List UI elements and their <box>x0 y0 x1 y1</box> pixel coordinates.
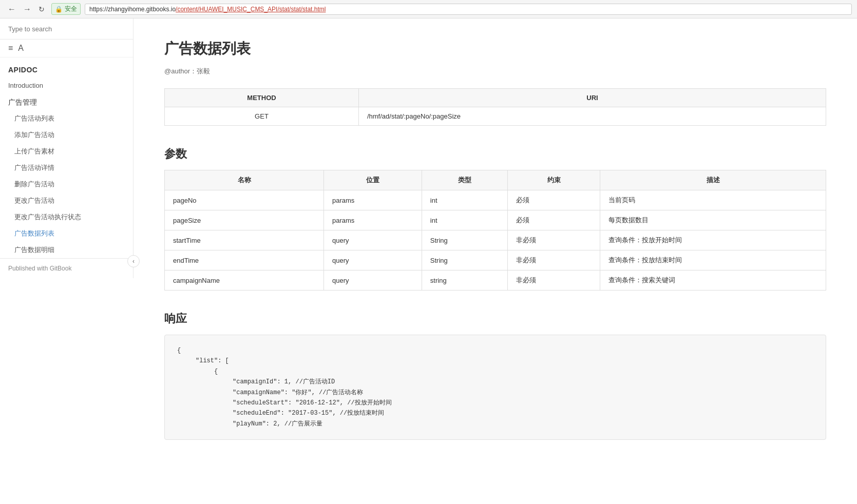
sidebar-brand: APIDOC <box>0 57 133 78</box>
table-row: startTimequeryString非必须查询条件：投放开始时间 <box>165 230 826 250</box>
sidebar-item-introduction[interactable]: Introduction <box>0 78 133 93</box>
sidebar-collapse-button[interactable]: ‹ <box>127 255 140 267</box>
param-constraint-cell: 非必须 <box>508 250 600 270</box>
sidebar-item-add-ad-campaign[interactable]: 添加广告活动 <box>0 127 133 143</box>
param-constraint-cell: 必须 <box>508 190 600 210</box>
param-type-cell: String <box>422 250 507 270</box>
sidebar: ≡ A APIDOC Introduction 广告管理 广告活动列表 添加广告… <box>0 18 134 278</box>
sidebar-wrapper: ≡ A APIDOC Introduction 广告管理 广告活动列表 添加广告… <box>0 18 134 504</box>
sidebar-item-update-ad-status[interactable]: 更改广告活动执行状态 <box>0 209 133 225</box>
table-row: pageNoparamsint必须当前页码 <box>165 190 826 210</box>
sidebar-item-update-ad-campaign[interactable]: 更改广告活动 <box>0 192 133 209</box>
uri-header: URI <box>358 89 826 107</box>
sidebar-footer: Published with GitBook <box>0 258 133 278</box>
table-row: campaignNamequerystring非必须查询条件：搜索关键词 <box>165 270 826 290</box>
page-title: 广告数据列表 <box>164 39 826 59</box>
method-uri-row: GET /hmf/ad/stat/:pageNo/:pageSize <box>165 107 826 126</box>
param-name-cell: campaignName <box>165 270 324 290</box>
forward-button[interactable]: → <box>21 4 34 15</box>
response-section: 响应 { "list": [ { "campaignId": 1, //广告活动… <box>164 311 826 440</box>
param-type-cell: string <box>422 270 507 290</box>
param-position-cell: query <box>324 250 422 270</box>
method-uri-table: METHOD URI GET /hmf/ad/stat/:pageNo/:pag… <box>164 88 826 126</box>
sidebar-item-ad-data-detail[interactable]: 广告数据明细 <box>0 242 133 258</box>
param-constraint-cell: 非必须 <box>508 270 600 290</box>
method-value: GET <box>165 107 359 126</box>
url-bar[interactable]: https://zhangyihome.gitbooks.io/content/… <box>85 4 852 15</box>
param-position-cell: params <box>324 210 422 230</box>
param-description-cell: 当前页码 <box>600 190 826 210</box>
lock-icon: 🔒 <box>55 6 63 13</box>
param-description-cell: 查询条件：投放结束时间 <box>600 250 826 270</box>
param-position-cell: query <box>324 270 422 290</box>
param-description-cell: 每页数据数目 <box>600 210 826 230</box>
param-description-header: 描述 <box>600 170 826 190</box>
table-row: endTimequeryString非必须查询条件：投放结束时间 <box>165 250 826 270</box>
nav-buttons: ← → ↻ <box>5 4 47 15</box>
param-position-cell: query <box>324 230 422 250</box>
response-code-block: { "list": [ { "campaignId": 1, //广告活动ID … <box>164 335 826 440</box>
font-icon[interactable]: A <box>18 44 24 53</box>
method-header: METHOD <box>165 89 359 107</box>
app-body: ≡ A APIDOC Introduction 广告管理 广告活动列表 添加广告… <box>0 18 857 504</box>
param-type-header: 类型 <box>422 170 507 190</box>
main-content: 广告数据列表 @author：张毅 METHOD URI GET /hmf/ad… <box>134 18 857 504</box>
sidebar-item-upload-ad-material[interactable]: 上传广告素材 <box>0 143 133 160</box>
refresh-button[interactable]: ↻ <box>36 4 47 15</box>
author-line: @author：张毅 <box>164 67 826 76</box>
param-name-cell: startTime <box>165 230 324 250</box>
browser-chrome: ← → ↻ 🔒 安全 https://zhangyihome.gitbooks.… <box>0 0 857 18</box>
sidebar-item-delete-ad-campaign[interactable]: 删除广告活动 <box>0 176 133 192</box>
param-name-cell: pageSize <box>165 210 324 230</box>
back-button[interactable]: ← <box>5 4 18 15</box>
sidebar-section-title: 广告管理 <box>0 93 133 110</box>
url-base: https://zhangyihome.gitbooks.io <box>89 6 176 13</box>
param-position-header: 位置 <box>324 170 422 190</box>
menu-icon[interactable]: ≡ <box>8 44 13 53</box>
sidebar-toolbar: ≡ A <box>0 40 133 57</box>
params-table: 名称 位置 类型 约束 描述 pageNoparamsint必须当前页码page… <box>164 170 826 290</box>
param-constraint-header: 约束 <box>508 170 600 190</box>
param-type-cell: int <box>422 210 507 230</box>
security-label: 安全 <box>65 5 77 13</box>
url-path: /content/HUAWEI_MUSIC_CMS_API/stat/stat/… <box>176 6 326 13</box>
param-name-cell: endTime <box>165 250 324 270</box>
param-name-header: 名称 <box>165 170 324 190</box>
param-description-cell: 查询条件：搜索关键词 <box>600 270 826 290</box>
param-name-cell: pageNo <box>165 190 324 210</box>
search-bar <box>0 18 133 40</box>
sidebar-item-ad-data-list[interactable]: 广告数据列表 <box>0 225 133 242</box>
param-constraint-cell: 必须 <box>508 210 600 230</box>
param-constraint-cell: 非必须 <box>508 230 600 250</box>
table-row: pageSizeparamsint必须每页数据数目 <box>165 210 826 230</box>
sidebar-item-ad-campaign-list[interactable]: 广告活动列表 <box>0 110 133 127</box>
params-section-title: 参数 <box>164 146 826 162</box>
param-description-cell: 查询条件：投放开始时间 <box>600 230 826 250</box>
response-section-title: 响应 <box>164 311 826 326</box>
param-position-cell: params <box>324 190 422 210</box>
uri-value: /hmf/ad/stat/:pageNo/:pageSize <box>358 107 826 126</box>
sidebar-item-ad-campaign-detail[interactable]: 广告活动详情 <box>0 160 133 176</box>
security-badge: 🔒 安全 <box>51 3 81 15</box>
search-input[interactable] <box>8 25 125 33</box>
param-type-cell: int <box>422 190 507 210</box>
param-type-cell: String <box>422 230 507 250</box>
